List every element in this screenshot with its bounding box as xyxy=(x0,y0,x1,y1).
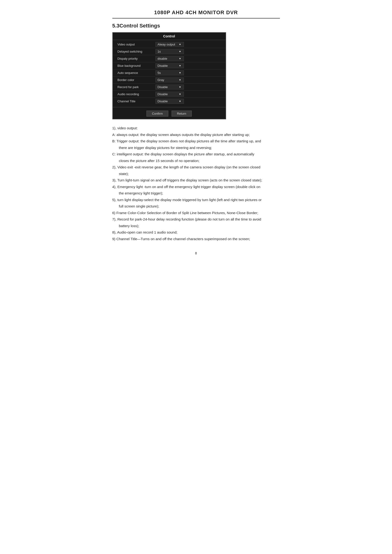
control-value-text: Disable xyxy=(158,85,168,89)
control-divider xyxy=(113,107,226,107)
control-label: Delayed switching xyxy=(118,50,155,53)
body-paragraph: 7), Record for park-24-hour delay record… xyxy=(112,216,280,222)
control-value-text: Gray xyxy=(158,78,164,82)
control-label: Auto sequence xyxy=(118,71,155,75)
body-paragraph: state); xyxy=(112,171,280,177)
dropdown-arrow-icon: ▼ xyxy=(179,50,181,53)
control-row: Blue background Disable ▼ xyxy=(113,62,226,69)
control-row: Border color Gray ▼ xyxy=(113,76,226,84)
section-title: 5.3Control Settings xyxy=(112,23,280,29)
body-paragraph: 1), video output: xyxy=(112,125,280,131)
control-value[interactable]: Alway output ▼ xyxy=(155,42,184,47)
control-value[interactable]: Disable ▼ xyxy=(155,63,184,68)
control-panel-body: Video output Alway output ▼ Delayed swit… xyxy=(113,40,226,106)
dropdown-arrow-icon: ▼ xyxy=(179,93,181,96)
control-value[interactable]: Disable ▼ xyxy=(155,84,184,90)
body-paragraph: 5), turn light display-select the displa… xyxy=(112,197,280,203)
body-paragraph: full screen single picture); xyxy=(112,203,280,209)
body-paragraph: 2), Video exit -exit reverse gear, the l… xyxy=(112,164,280,170)
control-value-text: 5s xyxy=(158,71,161,75)
body-paragraph: 6) Frame Color-Color Selection of Border… xyxy=(112,210,280,216)
control-row: Dispaly priority disable ▼ xyxy=(113,55,226,62)
body-paragraph: the emergency light trigger); xyxy=(112,190,280,196)
control-label: Dispaly priority xyxy=(118,57,155,60)
control-row: Record for park Disable ▼ xyxy=(113,84,226,91)
dropdown-arrow-icon: ▼ xyxy=(179,86,181,88)
body-paragraph: there are trigger display pictures for s… xyxy=(112,145,280,151)
control-label: Channel Title xyxy=(118,99,155,103)
control-label: Audio recording xyxy=(118,92,155,96)
dropdown-arrow-icon: ▼ xyxy=(179,43,181,46)
body-paragraph: battery loss); xyxy=(112,223,280,229)
dropdown-arrow-icon: ▼ xyxy=(179,79,181,81)
control-value[interactable]: Disable ▼ xyxy=(155,99,184,104)
body-text: 1), video output:A: always output: the d… xyxy=(112,125,280,242)
confirm-button[interactable]: Confirm xyxy=(147,111,168,117)
control-panel: Control Video output Alway output ▼ Dela… xyxy=(112,32,226,119)
body-paragraph: B: Trigger output: the display screen do… xyxy=(112,138,280,144)
control-row: Audio recording Disable ▼ xyxy=(113,91,226,98)
dropdown-arrow-icon: ▼ xyxy=(179,100,181,103)
control-value[interactable]: Disable ▼ xyxy=(155,92,184,97)
page-number: 8 xyxy=(112,251,280,255)
body-paragraph: A: always output: the display screen alw… xyxy=(112,132,280,138)
title-divider xyxy=(112,18,280,19)
control-row: Channel Title Disable ▼ xyxy=(113,98,226,105)
control-buttons: ConfirmReturn xyxy=(113,108,226,119)
control-value[interactable]: Gray ▼ xyxy=(155,77,184,83)
dropdown-arrow-icon: ▼ xyxy=(179,64,181,67)
control-value[interactable]: 1s ▼ xyxy=(155,49,184,54)
control-label: Blue background xyxy=(118,64,155,68)
body-paragraph: 3), Turn light-turn signal on and off tr… xyxy=(112,177,280,183)
control-value[interactable]: 5s ▼ xyxy=(155,70,184,75)
control-value-text: Disable xyxy=(158,92,168,96)
return-button[interactable]: Return xyxy=(172,111,192,117)
dropdown-arrow-icon: ▼ xyxy=(179,57,181,60)
body-paragraph: 4), Emergency light -turn on and off the… xyxy=(112,184,280,190)
body-paragraph: 8), Audio-open can record 1 audio sound; xyxy=(112,229,280,235)
body-paragraph: closes the picture after 15 seconds of n… xyxy=(112,158,280,164)
control-value-text: 1s xyxy=(158,50,161,53)
control-value-text: Disable xyxy=(158,64,168,68)
control-value-text: disable xyxy=(158,57,167,60)
control-row: Auto sequence 5s ▼ xyxy=(113,69,226,76)
control-label: Video output xyxy=(118,43,155,46)
body-paragraph: 9) Channel Title—Turns on and off the ch… xyxy=(112,236,280,242)
page-title: 1080P AHD 4CH MONITOR DVR xyxy=(112,9,280,16)
control-label: Border color xyxy=(118,78,155,82)
body-paragraph: C: intelligent output: the display scree… xyxy=(112,151,280,157)
control-row: Video output Alway output ▼ xyxy=(113,41,226,48)
control-value-text: Disable xyxy=(158,99,168,103)
control-label: Record for park xyxy=(118,85,155,89)
dropdown-arrow-icon: ▼ xyxy=(179,71,181,74)
control-value-text: Alway output xyxy=(158,43,175,46)
control-panel-header: Control xyxy=(113,33,226,40)
control-value[interactable]: disable ▼ xyxy=(155,56,184,61)
control-row: Delayed switching 1s ▼ xyxy=(113,48,226,55)
